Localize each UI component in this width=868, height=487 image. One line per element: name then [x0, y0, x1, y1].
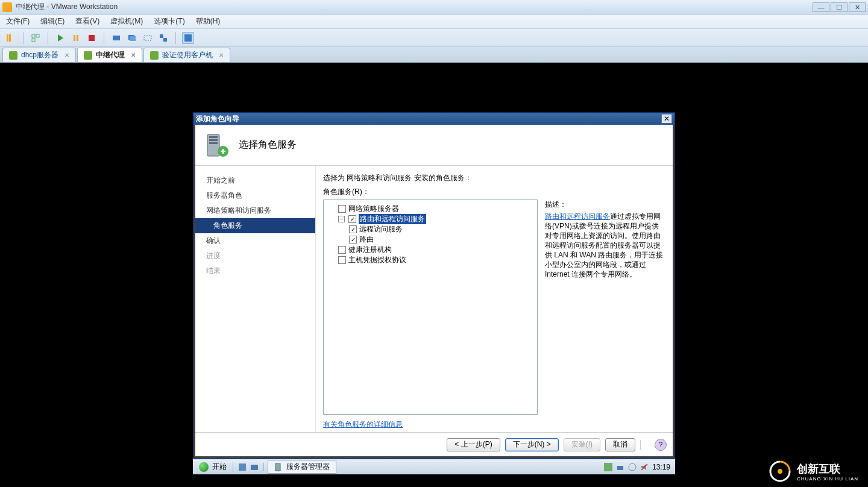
install-button: 安装(I): [564, 438, 600, 451]
checkbox[interactable]: [349, 236, 357, 244]
minimize-button[interactable]: —: [813, 2, 829, 12]
fullscreen-icon[interactable]: [182, 32, 194, 44]
tray-icon-1[interactable]: [604, 463, 612, 471]
snapshot-manager-icon[interactable]: [126, 32, 138, 44]
wizard-header: 选择角色服务: [195, 125, 673, 166]
close-icon[interactable]: ✕: [62, 52, 69, 58]
task-label: 服务器管理器: [286, 462, 330, 472]
tab-relay[interactable]: 中继代理✕: [77, 48, 142, 62]
footer-separator-icon: [640, 440, 650, 450]
back-button[interactable]: < 上一步(P): [447, 438, 500, 451]
tree-item-rras[interactable]: −路由和远程访问服务: [326, 214, 535, 224]
menu-view[interactable]: 查看(V): [75, 16, 99, 27]
svg-rect-2: [32, 34, 35, 37]
svg-rect-22: [251, 465, 258, 470]
power-off-icon[interactable]: [86, 32, 98, 44]
nav-server-roles[interactable]: 服务器角色: [195, 188, 315, 203]
help-icon[interactable]: ?: [655, 439, 667, 451]
tree-item-hra[interactable]: 健康注册机构: [326, 245, 535, 255]
checkbox[interactable]: [348, 215, 356, 223]
svg-rect-0: [7, 34, 8, 42]
svg-rect-3: [36, 34, 39, 37]
show-desktop-icon[interactable]: [238, 463, 247, 471]
close-icon[interactable]: ✕: [128, 52, 136, 58]
description-text: 路由和远程访问服务通过虚拟专用网络(VPN)或拨号连接为远程用户提供对专用网络上…: [545, 212, 665, 279]
clock[interactable]: 13:19: [652, 463, 670, 471]
start-label: 开始: [212, 462, 227, 472]
vm-icon: [150, 51, 159, 60]
next-button[interactable]: 下一步(N) >: [505, 438, 559, 451]
wizard-close-button[interactable]: ✕: [661, 114, 672, 124]
vmware-app-icon: [2, 2, 12, 12]
quick-launch: [233, 463, 264, 471]
nav-confirm[interactable]: 确认: [195, 233, 315, 248]
close-icon[interactable]: ✕: [216, 52, 224, 58]
vmware-titlebar[interactable]: 中继代理 - VMware Workstation — ☐ ✕: [0, 0, 868, 14]
cancel-button[interactable]: 取消: [605, 438, 635, 451]
svg-rect-24: [604, 463, 612, 471]
thumbnail-icon[interactable]: [30, 32, 42, 44]
menu-file[interactable]: 文件(F): [6, 16, 30, 27]
wizard-footer: < 上一步(P) 下一步(N) > 安装(I) 取消 ?: [195, 432, 673, 456]
nav-before-begin[interactable]: 开始之前: [195, 173, 315, 188]
svg-rect-21: [239, 463, 246, 471]
description-heading: 描述：: [545, 200, 665, 209]
svg-rect-4: [32, 39, 35, 42]
tab-client[interactable]: 验证使用客户机✕: [143, 48, 230, 62]
vmware-menubar: 文件(F) 编辑(E) 查看(V) 虚拟机(M) 选项卡(T) 帮助(H): [0, 14, 868, 29]
close-button[interactable]: ✕: [849, 2, 866, 12]
tree-item-routing[interactable]: 路由: [326, 234, 535, 245]
checkbox[interactable]: [338, 205, 346, 213]
library-icon[interactable]: [5, 32, 17, 44]
revert-icon[interactable]: [142, 32, 154, 44]
network-icon[interactable]: [616, 463, 624, 471]
tree-item-nps[interactable]: 网络策略服务器: [326, 204, 535, 214]
checkbox[interactable]: [338, 246, 346, 254]
maximize-button[interactable]: ☐: [831, 2, 848, 12]
server-role-icon: [204, 132, 230, 159]
wizard-header-title: 选择角色服务: [239, 139, 297, 151]
start-button[interactable]: 开始: [193, 462, 233, 472]
vmware-toolbar: [0, 29, 868, 47]
svg-rect-7: [77, 35, 78, 41]
menu-vm[interactable]: 虚拟机(M): [110, 16, 143, 27]
server-manager-icon: [274, 463, 283, 471]
wizard-instruction: 选择为 网络策略和访问服务 安装的角色服务：: [323, 173, 665, 183]
description-link[interactable]: 路由和远程访问服务: [545, 212, 610, 221]
volume-icon[interactable]: [640, 463, 649, 471]
menu-help[interactable]: 帮助(H): [196, 16, 221, 27]
more-info-link[interactable]: 有关角色服务的详细信息: [323, 420, 403, 429]
vm-icon: [84, 51, 92, 60]
checkbox[interactable]: [338, 256, 346, 264]
nav-role-services[interactable]: 角色服务: [195, 218, 315, 233]
window-title: 中继代理 - VMware Workstation: [16, 2, 813, 12]
tray-icon-3[interactable]: [628, 463, 637, 471]
tree-item-hcap[interactable]: 主机凭据授权协议: [326, 255, 535, 265]
collapse-icon[interactable]: −: [338, 216, 345, 222]
svg-rect-17: [209, 136, 218, 138]
wizard-nav: 开始之前 服务器角色 网络策略和访问服务 角色服务 确认 进度 结果: [195, 166, 316, 432]
brand-sub: CHUANG XIN HU LIAN: [797, 476, 858, 482]
tree-label: 角色服务(R)：: [323, 187, 665, 197]
tab-dhcp[interactable]: dhcp服务器✕: [2, 48, 76, 62]
tree-item-ras[interactable]: 远程访问服务: [326, 224, 535, 234]
power-on-icon[interactable]: [54, 32, 66, 44]
menu-edit[interactable]: 编辑(E): [40, 16, 64, 27]
tab-label: dhcp服务器: [21, 50, 58, 60]
suspend-icon[interactable]: [70, 32, 82, 44]
explorer-icon[interactable]: [250, 463, 259, 471]
description-panel: 描述： 路由和远程访问服务通过虚拟专用网络(VPN)或拨号连接为远程用户提供对专…: [545, 200, 665, 415]
checkbox[interactable]: [349, 225, 357, 233]
snapshot-icon[interactable]: [110, 32, 122, 44]
vm-taskbar: 开始 服务器管理器 13:19: [193, 459, 675, 474]
windows-orb-icon: [199, 462, 209, 472]
nav-npas[interactable]: 网络策略和访问服务: [195, 203, 315, 218]
role-services-tree[interactable]: 网络策略服务器 −路由和远程访问服务 远程访问服务 路由 健康注册机构 主机凭据…: [323, 200, 538, 415]
wizard-titlebar[interactable]: 添加角色向导 ✕: [193, 113, 675, 125]
unity-icon[interactable]: [157, 32, 169, 44]
taskbar-task-server-manager[interactable]: 服务器管理器: [268, 460, 336, 474]
svg-rect-19: [209, 142, 218, 144]
description-body: 通过虚拟专用网络(VPN)或拨号连接为远程用户提供对专用网络上资源的访问。使用路…: [545, 212, 663, 278]
menu-tabs[interactable]: 选项卡(T): [154, 16, 184, 27]
svg-rect-9: [113, 36, 120, 40]
